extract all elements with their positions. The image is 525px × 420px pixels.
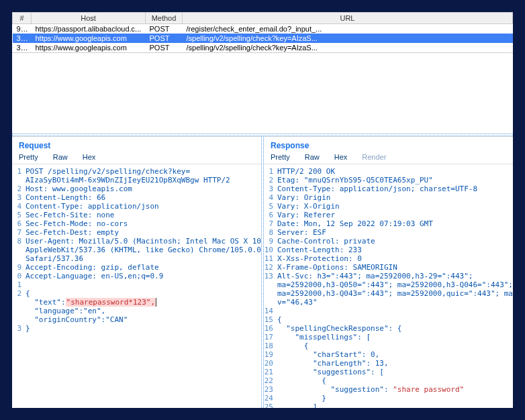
- request-table: # Host Method URL 957https://passport.al…: [12, 12, 513, 53]
- code-line: 12X-Frame-Options: SAMEORIGIN: [264, 263, 513, 272]
- line-number: 24: [264, 394, 277, 403]
- cell-host: https://passport.alibabacloud.c...: [32, 24, 146, 34]
- code-line: Safari/537.36: [12, 254, 261, 263]
- request-title: Request: [12, 137, 261, 153]
- line-content: Sec-Fetch-Mode: no-cors: [26, 219, 261, 228]
- line-content: {: [277, 376, 513, 385]
- line-content: {: [277, 315, 513, 324]
- col-header-host[interactable]: Host: [32, 13, 146, 24]
- tab-hex[interactable]: Hex: [83, 153, 96, 161]
- line-number: 9: [12, 263, 26, 272]
- cell-method: POST: [146, 34, 183, 43]
- line-number: 4: [12, 202, 26, 211]
- code-line: 21 "suggestions": [: [264, 368, 513, 376]
- tab-hex[interactable]: Hex: [334, 153, 348, 161]
- table-body: 957https://passport.alibabacloud.c...POS…: [13, 24, 513, 53]
- code-line: 11X-Xss-Protection: 0: [264, 254, 513, 263]
- line-content: }: [277, 394, 513, 403]
- line-number: 13: [264, 272, 277, 280]
- table-row[interactable]: 957https://passport.alibabacloud.c...POS…: [13, 24, 513, 34]
- text-cursor: [156, 298, 156, 307]
- line-content: Accept-Encoding: gzip, deflate: [26, 263, 261, 272]
- code-line: 25 ]: [264, 403, 513, 408]
- line-content: Host: www.googleapis.com: [26, 185, 261, 193]
- line-number: 14: [264, 307, 277, 315]
- code-line: 3Content-Length: 66: [12, 193, 261, 202]
- code-line: 8Server: ESF: [264, 228, 513, 237]
- line-content: "suggestions": [: [277, 368, 513, 376]
- col-header-method[interactable]: Method: [146, 13, 183, 24]
- line-number: 0: [12, 272, 26, 280]
- line-number: [12, 176, 26, 185]
- line-content: Sec-Fetch-Site: none: [26, 211, 261, 219]
- line-content: Vary: X-Origin: [277, 202, 513, 211]
- line-content: ma=2592000,h3-Q043=":443"; ma=2592000,qu…: [277, 289, 513, 298]
- code-line: 7Date: Mon, 12 Sep 2022 07:19:03 GMT: [264, 219, 513, 228]
- table-row[interactable]: 312https://www.googleapis.comPOST/spelli…: [13, 43, 513, 52]
- code-line: 9Cache-Control: private: [264, 237, 513, 246]
- line-content: "text":"sharepassword*123",: [26, 298, 261, 307]
- line-number: 3: [12, 193, 26, 202]
- code-line: 2{: [12, 289, 261, 298]
- line-number: 17: [264, 333, 277, 342]
- line-number: 19: [264, 350, 277, 359]
- line-content: AppleWebKit/537.36 (KHTML, like Gecko) C…: [26, 246, 261, 254]
- detail-panels: Request PrettyRawHex 1POST /spelling/v2/…: [12, 136, 513, 408]
- code-line: ma=2592000,h3-Q050=":443"; ma=2592000,h3…: [264, 280, 513, 289]
- request-panel: Request PrettyRawHex 1POST /spelling/v2/…: [12, 136, 261, 408]
- tab-raw[interactable]: Raw: [305, 153, 320, 161]
- line-number: 9: [264, 237, 277, 246]
- code-line: 4Content-Type: application/json: [12, 202, 261, 211]
- col-header-num[interactable]: #: [13, 13, 32, 24]
- line-content: "originCountry":"CAN": [26, 315, 261, 324]
- code-line: 14: [264, 307, 513, 315]
- line-number: 3: [12, 324, 26, 333]
- line-content: "misspellings": [: [277, 333, 513, 342]
- line-number: 5: [12, 211, 26, 219]
- tab-render[interactable]: Render: [362, 153, 386, 161]
- request-body[interactable]: 1POST /spelling/v2/spelling/check?key=AI…: [12, 164, 261, 408]
- line-number: 16: [264, 324, 277, 333]
- line-content: }: [26, 324, 261, 333]
- code-line: 24 }: [264, 394, 513, 403]
- code-line: 13Alt-Svc: h3=":443"; ma=2592000,h3-29="…: [264, 272, 513, 280]
- line-number: 2: [12, 289, 26, 298]
- line-content: Content-Type: application/json; charset=…: [277, 185, 513, 193]
- suggestion-value: "share password": [393, 385, 464, 394]
- table-row[interactable]: 332https://www.googleapis.comPOST/spelli…: [13, 34, 513, 43]
- response-body[interactable]: 1HTTP/2 200 OK2Etag: "mnuQSrnYbS95-Q5C0T…: [264, 164, 513, 408]
- tab-pretty[interactable]: Pretty: [19, 153, 38, 161]
- code-line: "language":"en",: [12, 307, 261, 315]
- line-number: [12, 307, 26, 315]
- line-number: 4: [264, 193, 277, 202]
- line-content: Accept-Language: en-US,en;q=0.9: [26, 272, 261, 280]
- code-line: 22 {: [264, 376, 513, 385]
- highlighted-password: "sharepassword*123",: [66, 298, 156, 307]
- line-number: 8: [264, 228, 277, 237]
- line-content: Vary: Referer: [277, 211, 513, 219]
- col-header-url[interactable]: URL: [183, 13, 513, 24]
- line-number: 5: [264, 202, 277, 211]
- line-content: HTTP/2 200 OK: [277, 167, 513, 176]
- code-line: 4Vary: Origin: [264, 193, 513, 202]
- line-content: Cache-Control: private: [277, 237, 513, 246]
- line-content: Vary: Origin: [277, 193, 513, 202]
- cell-url: /spelling/v2/spelling/check?key=AIzaS...: [183, 43, 513, 52]
- line-content: [277, 307, 513, 315]
- line-number: 22: [264, 376, 277, 385]
- code-line: 5Vary: X-Origin: [264, 202, 513, 211]
- code-line: 9Accept-Encoding: gzip, deflate: [12, 263, 261, 272]
- code-line: 1: [12, 280, 261, 289]
- code-line: 16 "spellingCheckResponse": {: [264, 324, 513, 333]
- line-number: 11: [264, 254, 277, 263]
- proxy-window: # Host Method URL 957https://passport.al…: [12, 12, 513, 408]
- tab-raw[interactable]: Raw: [53, 153, 68, 161]
- line-content: AIzaSyBOti4mM-6x9WDnZIjIeyEU21OpBXqWBgw …: [26, 176, 261, 185]
- tab-pretty[interactable]: Pretty: [271, 153, 290, 161]
- line-number: 7: [12, 228, 26, 237]
- code-line: 18 {: [264, 342, 513, 350]
- code-line: 6Vary: Referer: [264, 211, 513, 219]
- code-line: v="46,43": [264, 298, 513, 307]
- code-line: 3}: [12, 324, 261, 333]
- line-content: [26, 280, 261, 289]
